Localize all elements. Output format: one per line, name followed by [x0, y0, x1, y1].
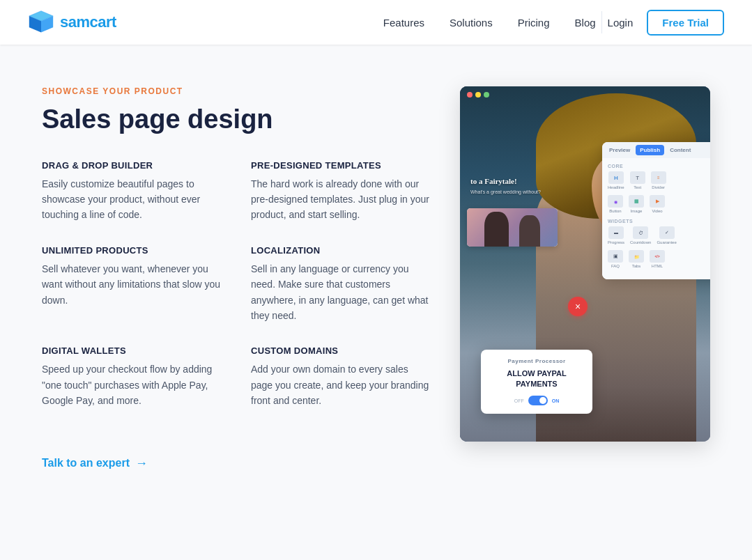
nav-features[interactable]: Features — [383, 17, 424, 29]
toggle-off-label: OFF — [514, 398, 524, 403]
payment-processor-label: Payment Processor — [489, 358, 584, 364]
main-nav: Features Solutions Pricing Blog — [383, 17, 596, 29]
tabs-label: Tabs — [632, 264, 641, 268]
main-content: SHOWCASE YOUR PRODUCT Sales page design … — [0, 45, 752, 532]
feature-unlimited: UNLIMITED PRODUCTS Sell whatever you wan… — [42, 245, 223, 324]
fairytale-card — [467, 208, 558, 247]
logo-text: samcart — [60, 13, 116, 31]
editor-tabs-bar: Preview Publish Content — [602, 142, 710, 158]
features-grid: DRAG & DROP BUILDER Easily customize bea… — [42, 160, 432, 409]
free-trial-button[interactable]: Free Trial — [647, 10, 724, 36]
toggle-row: OFF ON — [489, 396, 584, 405]
feature-templates: PRE-DESIGNED TEMPLATES The hard work is … — [251, 160, 432, 223]
core-icons-row: H Headline T Text ≡ Divider — [608, 171, 710, 189]
feature-title-3: UNLIMITED PRODUCTS — [42, 245, 223, 256]
feature-desc-6: Add your own domain to every sales page … — [251, 361, 432, 408]
button-icon: ◉ — [608, 195, 623, 208]
toggle-thumb — [539, 397, 546, 404]
red-action-button[interactable]: × — [568, 297, 588, 316]
mockup-container: Preview Publish Content CORE H Headline — [460, 86, 710, 442]
image-icon: ▦ — [629, 195, 644, 208]
video-icon: ▶ — [650, 195, 665, 208]
fairytale-title: to a Fairytale! — [470, 177, 517, 185]
feature-title-1: DRAG & DROP BUILDER — [42, 160, 223, 171]
video-label: Video — [652, 209, 662, 213]
core-section-label: CORE — [608, 164, 710, 169]
right-panel: Preview Publish Content CORE H Headline — [460, 86, 710, 504]
nav-solutions[interactable]: Solutions — [450, 17, 493, 29]
nav-divider — [601, 11, 602, 33]
divider-icon-item: ≡ Divider — [651, 171, 666, 189]
button-label: Button — [609, 209, 621, 213]
progress-bar-icon: ▬ — [608, 226, 624, 239]
image-label: Image — [631, 209, 643, 213]
feature-title-5: DIGITAL WALLETS — [42, 345, 223, 356]
guarantee-label: Guarantee — [657, 240, 676, 244]
feature-desc-2: The hard work is already done with our p… — [251, 176, 432, 223]
more-icons-row: ◉ Button ▦ Image ▶ Video — [608, 195, 710, 213]
editor-tab-publish[interactable]: Publish — [636, 145, 664, 155]
payment-popup: Payment Processor ALLOW PAYPAL PAYMENTS … — [481, 350, 592, 414]
html-icon: </> — [650, 250, 665, 263]
arrow-right-icon: → — [135, 456, 148, 471]
feature-domains: CUSTOM DOMAINS Add your own domain to ev… — [251, 345, 432, 408]
nav-blog[interactable]: Blog — [575, 17, 596, 29]
divider-icon: ≡ — [651, 171, 666, 184]
faq-label: FAQ — [611, 264, 620, 268]
talk-to-expert-link[interactable]: Talk to an expert → — [42, 456, 148, 471]
showcase-label: SHOWCASE YOUR PRODUCT — [42, 86, 432, 96]
fairytale-subtitle: What's a great wedding without? — [470, 189, 541, 194]
editor-tab-content[interactable]: Content — [666, 145, 695, 155]
faq-icon-item: ▣ FAQ — [608, 250, 623, 268]
divider-label: Divider — [652, 185, 665, 189]
headline-icon-item: H Headline — [608, 171, 624, 189]
faq-icon: ▣ — [608, 250, 623, 263]
widgets-section-label: WIDGETS — [608, 219, 710, 224]
headline-label: Headline — [608, 185, 624, 189]
video-icon-item: ▶ Video — [650, 195, 665, 213]
progress-bar-label: Progress — [608, 240, 624, 244]
feature-wallets: DIGITAL WALLETS Speed up your checkout f… — [42, 345, 223, 408]
countdown-label: Countdown — [630, 240, 651, 244]
feature-desc-4: Sell in any language or currency you nee… — [251, 261, 432, 324]
feature-desc-3: Sell whatever you want, whenever you wan… — [42, 261, 223, 308]
guarantee-icon: ✓ — [659, 226, 675, 239]
feature-title-4: LOCALIZATION — [251, 245, 432, 256]
countdown-icon-item: ⏱ Countdown — [630, 226, 651, 244]
headline-icon: H — [608, 171, 624, 184]
feature-desc-1: Easily customize beautiful pages to show… — [42, 176, 223, 223]
left-panel: SHOWCASE YOUR PRODUCT Sales page design … — [42, 86, 432, 504]
login-link[interactable]: Login — [608, 17, 634, 29]
html-icon-item: </> HTML — [650, 250, 665, 268]
text-icon-item: T Text — [630, 171, 645, 189]
payment-title: ALLOW PAYPAL PAYMENTS — [489, 368, 584, 389]
feature-title-6: CUSTOM DOMAINS — [251, 345, 432, 356]
feature-title-2: PRE-DESIGNED TEMPLATES — [251, 160, 432, 171]
nav-pricing[interactable]: Pricing — [518, 17, 550, 29]
widgets-row-1: ▬ Progress ⏱ Countdown ✓ Guarantee — [608, 226, 710, 244]
page-title: Sales page design — [42, 104, 432, 135]
text-icon: T — [630, 171, 645, 184]
tabs-icon-item: 📁 Tabs — [629, 250, 644, 268]
image-icon-item: ▦ Image — [629, 195, 644, 213]
logo-icon — [28, 9, 54, 36]
toggle-on-label: ON — [552, 398, 560, 403]
tabs-icon: 📁 — [629, 250, 644, 263]
talk-link-label: Talk to an expert — [42, 457, 130, 469]
widgets-row-2: ▣ FAQ 📁 Tabs </> HTML — [608, 250, 710, 268]
html-label: HTML — [652, 264, 663, 268]
site-header: samcart Features Solutions Pricing Blog … — [0, 0, 752, 45]
feature-desc-5: Speed up your checkout flow by adding "o… — [42, 361, 223, 408]
editor-body: CORE H Headline T Text ≡ — [602, 158, 710, 279]
feature-localization: LOCALIZATION Sell in any language or cur… — [251, 245, 432, 324]
feature-drag-drop: DRAG & DROP BUILDER Easily customize bea… — [42, 160, 223, 223]
text-label: Text — [634, 185, 641, 189]
button-icon-item: ◉ Button — [608, 195, 623, 213]
countdown-icon: ⏱ — [633, 226, 648, 239]
guarantee-icon-item: ✓ Guarantee — [657, 226, 676, 244]
paypal-toggle[interactable] — [528, 396, 548, 405]
editor-tab-preview[interactable]: Preview — [605, 145, 634, 155]
progress-bar-icon-item: ▬ Progress — [608, 226, 624, 244]
logo[interactable]: samcart — [28, 9, 116, 36]
editor-overlay: Preview Publish Content CORE H Headline — [602, 142, 710, 279]
